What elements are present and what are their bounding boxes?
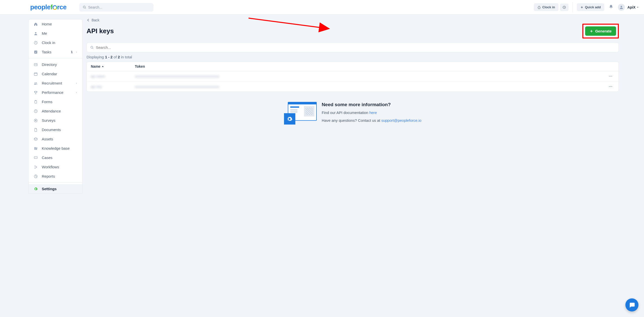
doc-icon [33, 128, 38, 132]
logo[interactable]: peoplefrce [30, 3, 67, 11]
chat-icon [33, 156, 38, 160]
sidebar-item-performance[interactable]: Performance [29, 88, 82, 97]
stopwatch-icon [537, 6, 541, 9]
books-icon [33, 146, 38, 150]
plus-icon [590, 29, 593, 33]
sidebar-item-me[interactable]: Me [29, 29, 82, 38]
nav-separator [29, 182, 82, 183]
cal-icon [33, 72, 38, 76]
chevron-left-icon [87, 18, 90, 22]
sidebar-item-assets[interactable]: Assets [29, 134, 82, 144]
sidebar-item-surveys[interactable]: Surveys [29, 116, 82, 125]
sidebar-item-settings[interactable]: Settings [29, 184, 82, 193]
clock-in-label: Clock in [542, 5, 555, 9]
page-search[interactable] [87, 43, 619, 52]
support-email-link[interactable]: support@peopleforce.io [381, 118, 422, 123]
sidebar-item-label: Knowledge base [42, 146, 70, 150]
docs-link[interactable]: here [369, 110, 377, 115]
sidebar-item-label: Clock in [42, 41, 55, 45]
nav-separator [29, 58, 82, 58]
sidebar-item-calendar[interactable]: Calendar [29, 69, 82, 78]
sidebar-item-directory[interactable]: Directory [29, 60, 82, 69]
sidebar-item-knowledge-base[interactable]: Knowledge base [29, 144, 82, 153]
sidebar-item-clock-in[interactable]: Clock in [29, 38, 82, 47]
sidebar-item-label: Attendance [42, 109, 61, 113]
clip-icon [33, 100, 38, 104]
table-row: api keyxxxxxxxxxxxxxxxxxxxxxxxxxxxxxxxxx… [87, 82, 619, 92]
chevron-right-icon [75, 90, 78, 95]
bell-icon [609, 5, 613, 9]
column-header-name[interactable]: Name [91, 64, 135, 68]
svg-point-40 [91, 46, 93, 48]
caret-down-icon [636, 6, 639, 9]
cell-name: api token [91, 74, 135, 78]
box-icon [33, 137, 38, 141]
cell-token: xxxxxxxxxxxxxxxxxxxxxxxxxxxxxxxxxxxxxxxx… [135, 85, 607, 89]
sidebar-item-label: Forms [42, 100, 53, 104]
back-link[interactable]: Back [87, 18, 99, 22]
plus-icon [580, 6, 583, 9]
sidebar-item-label: Workflows [42, 165, 59, 169]
generate-button[interactable]: Generate [585, 26, 616, 36]
info-title: Need some more information? [322, 102, 421, 107]
quick-add-label: Quick add [585, 5, 601, 9]
global-search[interactable]: Search... [79, 3, 153, 12]
row-actions-button[interactable]: ··· [607, 84, 615, 90]
top-bar: peoplefrce Search... Clock in Quick add … [0, 0, 644, 15]
logo-text-3: rce [57, 3, 67, 11]
clock-in-button[interactable]: Clock in [534, 3, 559, 11]
clock-icon [33, 41, 38, 45]
svg-rect-24 [35, 100, 37, 103]
quick-add-button[interactable]: Quick add [577, 3, 604, 11]
cell-name: api key [91, 85, 135, 89]
sidebar-item-forms[interactable]: Forms [29, 97, 82, 106]
global-search-placeholder: Search... [88, 5, 102, 9]
sidebar-item-workflows[interactable]: Workflows [29, 162, 82, 172]
logo-text-1: people [30, 3, 51, 11]
svg-point-35 [34, 166, 35, 166]
sidebar-item-cases[interactable]: Cases [29, 153, 82, 162]
svg-point-33 [35, 157, 36, 157]
sidebar-item-documents[interactable]: Documents [29, 125, 82, 134]
clock-history-button[interactable] [560, 4, 569, 11]
sidebar-item-label: Me [42, 31, 47, 35]
table-header: Name Token [87, 62, 619, 71]
svg-point-34 [36, 157, 36, 157]
cell-token: xxxxxxxxxxxxxxxxxxxxxxxxxxxxxxxxxxxxxxxx… [135, 74, 607, 78]
sidebar-item-label: Performance [42, 90, 63, 95]
row-actions-button[interactable]: ··· [607, 73, 615, 79]
group-icon [33, 81, 38, 85]
home-icon [33, 22, 38, 26]
table-row: api tokenxxxxxxxxxxxxxxxxxxxxxxxxxxxxxxx… [87, 71, 619, 82]
svg-line-41 [93, 48, 93, 49]
svg-point-20 [34, 82, 35, 83]
notifications-button[interactable] [609, 5, 613, 10]
info-line-1: Find our API documentation here [322, 110, 421, 115]
sidebar-item-label: Documents [42, 128, 61, 132]
sidebar-item-attendance[interactable]: Attendance [29, 106, 82, 116]
heart-icon [33, 118, 38, 123]
sidebar: HomeMeClock inTasks1 DirectoryCalendarRe… [28, 19, 83, 194]
svg-point-0 [83, 6, 85, 8]
sidebar-item-label: Calendar [42, 72, 57, 76]
gear-icon [287, 116, 293, 122]
search-icon [90, 46, 94, 49]
sidebar-item-reports[interactable]: Reports [29, 172, 82, 181]
svg-rect-3 [539, 6, 539, 6]
sidebar-item-home[interactable]: Home [29, 19, 82, 29]
svg-rect-16 [34, 73, 37, 75]
sidebar-item-recruitment[interactable]: Recruitment [29, 78, 82, 88]
svg-rect-11 [34, 51, 37, 54]
doc-illustration [284, 102, 317, 125]
sidebar-item-tasks[interactable]: Tasks1 [29, 47, 82, 57]
page-title: API keys [87, 27, 114, 35]
svg-line-1 [85, 8, 86, 8]
sidebar-item-label: Home [42, 22, 52, 26]
svg-rect-29 [35, 147, 36, 150]
svg-point-8 [621, 6, 622, 7]
user-menu[interactable]: ApiX [618, 4, 639, 11]
sidebar-item-label: Assets [42, 137, 53, 141]
page-search-input[interactable] [96, 45, 615, 50]
column-header-token[interactable]: Token [135, 64, 615, 68]
pie-icon [33, 174, 38, 178]
